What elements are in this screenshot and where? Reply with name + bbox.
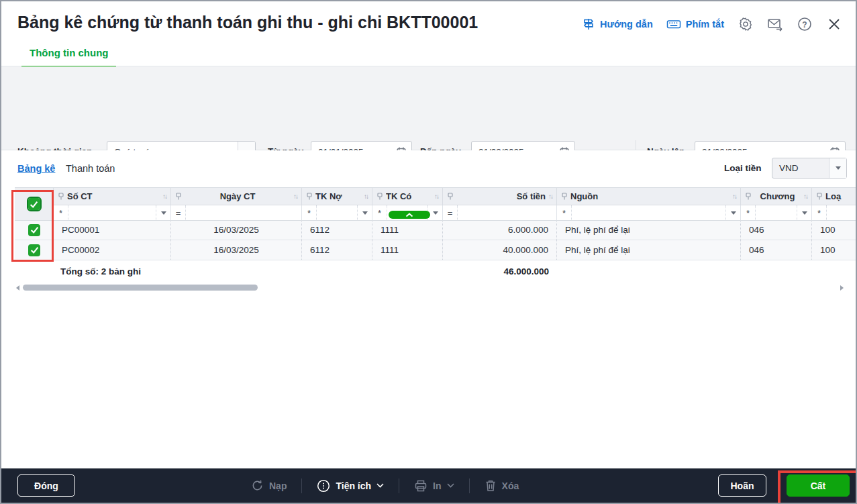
pin-icon[interactable] (816, 193, 823, 201)
col-header-loai[interactable]: Loạ (812, 188, 857, 205)
col-header-so-ct[interactable]: Số CT ↑↓ (54, 188, 171, 205)
guide-signpost-icon (582, 17, 595, 31)
pin-icon[interactable] (447, 193, 454, 201)
filter-so-ct: * (54, 205, 171, 220)
tab-thong-tin-chung[interactable]: Thông tin chung (21, 47, 116, 68)
xoa-label: Xóa (502, 481, 519, 491)
cell-tk-no: 6112 (302, 240, 372, 260)
subtab-thanh-toan[interactable]: Thanh toán (66, 163, 115, 174)
cell-ngay-ct: 16/03/2025 (171, 240, 302, 260)
filter-operator[interactable]: = (443, 205, 458, 220)
filter-operator[interactable]: * (372, 205, 387, 220)
col-header-chuong[interactable]: Chương ↑↓ (741, 188, 812, 205)
col-header-nguon[interactable]: Nguồn ↑↓ (557, 188, 741, 205)
filter-loai: * (812, 205, 857, 220)
nap-button[interactable]: Nạp (251, 479, 287, 492)
sort-icon: ↑↓ (434, 193, 438, 200)
xoa-button[interactable]: Xóa (485, 479, 519, 492)
subtab-bang-ke[interactable]: Bảng kê (17, 163, 55, 174)
filter-input[interactable] (827, 205, 857, 220)
collapse-form-button[interactable] (389, 211, 430, 219)
titlebar: Bảng kê chứng từ thanh toán ghi thu - gh… (1, 1, 856, 66)
filter-input[interactable] (756, 205, 797, 220)
pin-icon[interactable] (175, 193, 182, 201)
in-label: In (433, 481, 441, 491)
scroll-right-arrow[interactable] (840, 285, 844, 291)
filter-input[interactable] (572, 205, 725, 220)
row-checkbox[interactable] (28, 224, 40, 236)
row-checkbox[interactable] (28, 244, 40, 256)
filter-input[interactable] (458, 205, 556, 220)
filter-ngay-ct: = (171, 205, 302, 220)
table-row[interactable]: PC00002 16/03/2025 6112 1111 40.000.000 … (15, 240, 857, 260)
filter-nguon: * (557, 205, 741, 220)
huong-dan-link[interactable]: Hướng dẫn (582, 17, 653, 31)
total-amount: 46.000.000 (443, 266, 549, 276)
pin-icon[interactable] (561, 193, 568, 201)
loai-tien-label: Loại tiền (724, 163, 762, 173)
sort-icon: ↑↓ (803, 193, 807, 200)
loai-tien-value: VND (772, 163, 829, 173)
col-header-so-tien[interactable]: Số tiền ↑↓ (443, 188, 557, 205)
grid-summary-row: Tổng số: 2 bản ghi 46.000.000 (15, 262, 857, 282)
filter-operator[interactable]: * (54, 205, 68, 220)
filter-operator[interactable]: = (171, 205, 186, 220)
cell-nguon: Phí, lệ phí để lại (557, 240, 741, 260)
close-icon[interactable] (826, 16, 842, 32)
keyboard-icon (666, 17, 681, 31)
filter-operator[interactable]: * (302, 205, 317, 220)
pin-icon[interactable] (745, 193, 752, 201)
filter-operator[interactable]: * (557, 205, 572, 220)
sort-icon: ↑↓ (293, 193, 297, 200)
filter-dropdown-arrow[interactable] (797, 205, 811, 220)
cell-so-tien: 6.000.000 (443, 220, 557, 240)
hoan-button[interactable]: Hoãn (718, 474, 766, 497)
table-row[interactable]: PC00001 16/03/2025 6112 1111 6.000.000 P… (15, 220, 857, 240)
loai-tien-select[interactable]: VND (772, 158, 847, 179)
refresh-icon (251, 479, 264, 492)
horizontal-scrollbar[interactable] (15, 283, 857, 293)
filter-input[interactable] (68, 205, 156, 220)
pin-icon[interactable] (306, 193, 313, 201)
send-mail-icon[interactable] (767, 16, 783, 32)
scrollbar-thumb[interactable] (23, 285, 258, 291)
filter-dropdown-arrow[interactable] (357, 205, 372, 220)
chevron-down-icon (376, 483, 384, 488)
filter-dropdown-arrow[interactable] (725, 205, 740, 220)
filter-tk-no: * (302, 205, 372, 220)
cell-loai: 100 (812, 220, 857, 240)
cell-tk-co: 1111 (372, 240, 443, 260)
cat-button[interactable]: Cất (787, 474, 850, 497)
filter-input[interactable] (317, 205, 357, 220)
cell-ngay-ct: 16/03/2025 (171, 220, 302, 240)
footer-divider (469, 478, 470, 493)
col-header-tk-no[interactable]: TK Nợ ↑↓ (302, 188, 372, 205)
scroll-left-arrow[interactable] (16, 285, 19, 291)
col-header-tk-co[interactable]: TK Có ↑↓ (372, 188, 443, 205)
phim-tat-link[interactable]: Phím tắt (666, 17, 724, 31)
printer-icon (414, 479, 427, 493)
filter-so-tien: = (443, 205, 557, 220)
chevron-up-icon (405, 213, 413, 217)
grid-header-labels: Số CT ↑↓ Ngày CT ↑↓ TK Nợ ↑↓ TK Có ↑↓ (54, 188, 857, 205)
dong-button[interactable]: Đóng (17, 474, 75, 497)
filter-dropdown-arrow[interactable] (156, 205, 170, 220)
help-icon[interactable]: ? (797, 16, 813, 32)
col-header-ngay-ct[interactable]: Ngày CT ↑↓ (171, 188, 302, 205)
settings-gear-icon[interactable] (738, 16, 754, 32)
tien-ich-button[interactable]: Tiện ích (317, 479, 384, 493)
trash-icon (485, 479, 497, 492)
filter-operator[interactable]: * (812, 205, 827, 220)
footer-bar: Đóng Nạp Tiện ích (1, 468, 856, 503)
sort-icon: ↑↓ (162, 193, 166, 200)
filter-chuong: * (741, 205, 812, 220)
pin-icon[interactable] (58, 193, 64, 201)
loai-tien-dropdown-arrow[interactable] (829, 158, 846, 178)
filter-operator[interactable]: * (741, 205, 756, 220)
in-button[interactable]: In (414, 479, 454, 493)
grid-filter-row: * = * * = (54, 205, 857, 221)
filter-input[interactable] (186, 205, 301, 220)
pin-icon[interactable] (376, 193, 383, 201)
select-all-checkbox[interactable] (28, 198, 40, 210)
page-title: Bảng kê chứng từ thanh toán ghi thu - gh… (17, 13, 478, 32)
